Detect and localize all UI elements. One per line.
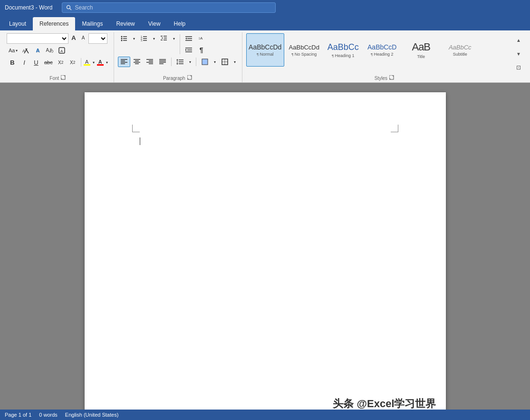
font-size-select[interactable] (88, 33, 107, 44)
style-name-h2: ¶ Heading 2 (371, 52, 394, 57)
style-name-no-space: ¶ No Spacing (291, 52, 317, 57)
styles-row: AaBbCcDd ¶ Normal AaBbCcDd ¶ No Spacing (246, 33, 513, 74)
style-item-h1[interactable]: AaBbCc ¶ Heading 1 (324, 33, 362, 67)
underline-button[interactable]: U (30, 57, 42, 68)
styles-expand-button[interactable] (388, 74, 395, 81)
clear-formatting-button[interactable]: A (20, 45, 31, 56)
text-effects-button[interactable]: A (32, 45, 43, 56)
svg-text:A: A (60, 49, 63, 53)
shading-dropdown-button[interactable]: ▾ (212, 57, 218, 67)
para-group-label: Paragraph (163, 75, 185, 82)
style-item-no-space[interactable]: AaBbCcDd ¶ No Spacing (285, 33, 323, 67)
increase-font-size-button[interactable]: A (69, 33, 78, 42)
svg-text:↕A: ↕A (198, 36, 203, 40)
status-bar: Page 1 of 1 0 words English (United Stat… (0, 410, 530, 420)
style-name-normal: ¶ Normal (257, 52, 274, 57)
bullets-button[interactable] (118, 33, 130, 44)
dropdown-font-color-button[interactable]: ▾ (104, 57, 110, 68)
shading-button[interactable] (199, 57, 211, 67)
document-page[interactable]: 头条 @Excel学习世界 (85, 92, 446, 410)
phonetic-guide-button[interactable]: Aあ (44, 45, 56, 56)
style-item-subtitle[interactable]: AaBbCc Subtitle (441, 33, 479, 67)
divider4 (196, 58, 196, 66)
styles-group: AaBbCcDd ¶ Normal AaBbCcDd ¶ No Spacing (242, 32, 527, 82)
title-bar: Document3 - Word Search (0, 0, 530, 15)
multilevel-dropdown-button[interactable]: ▾ (171, 33, 177, 44)
justify-button[interactable] (156, 57, 169, 67)
borders-dropdown-button[interactable]: ▾ (231, 57, 238, 67)
highlight-button[interactable]: A (84, 59, 90, 66)
style-item-title[interactable]: AaB Title (402, 33, 440, 67)
styles-more-button[interactable]: ⊡ (515, 63, 522, 72)
line-spacing-button[interactable] (174, 57, 186, 67)
borders-button[interactable] (219, 57, 231, 67)
enclose-icon: A (58, 47, 66, 54)
align-left-icon (120, 59, 128, 65)
watermark: 头条 @Excel学习世界 (333, 397, 436, 410)
italic-button[interactable]: I (19, 57, 30, 68)
styles-scroll-up-button[interactable]: ▲ (515, 35, 522, 45)
align-right-button[interactable] (144, 57, 156, 67)
decrease-indent-button[interactable] (183, 33, 195, 44)
multilevel-button[interactable] (158, 33, 170, 44)
tab-help[interactable]: Help (167, 17, 193, 30)
subscript-button[interactable]: X2 (55, 57, 67, 68)
tab-references[interactable]: References (33, 17, 75, 30)
line-spacing-dropdown-button[interactable]: ▾ (187, 57, 193, 67)
line-spacing-icon (176, 59, 184, 65)
tab-mailings[interactable]: Mailings (75, 17, 109, 30)
svg-marker-31 (185, 38, 187, 39)
search-bar[interactable]: Search (62, 2, 276, 13)
tab-view[interactable]: View (142, 17, 167, 30)
svg-point-0 (67, 6, 70, 9)
para-btn-row1: ▾ 1. 2. 3. ▾ (118, 33, 208, 55)
tab-layout[interactable]: Layout (2, 17, 33, 30)
style-name-subtitle: Subtitle (453, 52, 467, 57)
align-left-button[interactable] (118, 57, 130, 67)
svg-point-12 (121, 38, 122, 39)
tab-review[interactable]: Review (109, 17, 141, 30)
multilevel-icon (160, 35, 168, 42)
dropdown-highlight-button[interactable]: ▾ (91, 57, 96, 68)
font-color-button[interactable]: A (97, 59, 104, 66)
bold-button[interactable]: B (7, 57, 18, 68)
bullets-dropdown-button[interactable]: ▾ (131, 33, 137, 44)
shading-icon (201, 58, 209, 66)
show-marks-button[interactable]: ¶ (195, 45, 208, 55)
align-center-icon (133, 59, 141, 65)
page-info: Page 1 of 1 (5, 412, 31, 418)
font-expand-button[interactable] (60, 74, 67, 81)
ribbon-body: A A Aa▾ A A Aあ (0, 30, 530, 83)
styles-scroll: ▲ ▼ ⊡ (514, 33, 523, 74)
margin-mark-top-right (391, 125, 398, 132)
numbering-button[interactable]: 1. 2. 3. (138, 33, 150, 44)
svg-point-14 (121, 40, 122, 41)
document-area: 头条 @Excel学习世界 (0, 83, 530, 410)
svg-text:3.: 3. (141, 39, 143, 42)
align-center-button[interactable] (131, 57, 143, 67)
decrease-font-size-button[interactable]: A (79, 33, 87, 42)
numbering-dropdown-button[interactable]: ▾ (151, 33, 157, 44)
font-expand-icon (61, 75, 66, 80)
strikethrough-button[interactable]: abc (42, 57, 55, 68)
style-preview-h2: AaBbCcD (367, 43, 396, 51)
style-item-h2[interactable]: AaBbCcD ¶ Heading 2 (363, 33, 401, 67)
para-expand-icon (187, 75, 192, 80)
superscript-button[interactable]: X2 (67, 57, 78, 68)
font-name-select[interactable] (7, 33, 68, 44)
divider (81, 58, 81, 67)
font-color-bar (97, 64, 104, 66)
style-name-title: Title (417, 54, 425, 59)
para-group-label-row: Paragraph (118, 74, 238, 82)
change-case-button[interactable]: Aa▾ (7, 45, 19, 56)
para-expand-button[interactable] (186, 74, 193, 81)
styles-scroll-down-button[interactable]: ▼ (515, 49, 522, 59)
enclose-characters-button[interactable]: A (56, 45, 67, 56)
font-group: A A Aa▾ A A Aあ (3, 32, 114, 82)
increase-indent-button[interactable] (183, 45, 195, 55)
font-btn-row1: Aa▾ A A Aあ A (7, 45, 67, 56)
style-item-normal[interactable]: AaBbCcDd ¶ Normal (246, 33, 284, 67)
numbering-icon: 1. 2. 3. (140, 35, 148, 42)
sort-button[interactable]: ↕A (195, 33, 208, 44)
bullets-icon (120, 35, 128, 42)
